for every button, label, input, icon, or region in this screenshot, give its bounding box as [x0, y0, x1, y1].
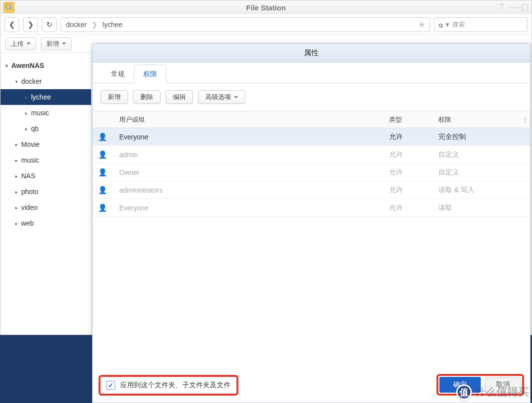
- refresh-button[interactable]: ↻: [42, 17, 57, 32]
- tree-item-music[interactable]: music: [0, 152, 91, 168]
- breadcrumb-seg-1[interactable]: lychee: [102, 21, 122, 29]
- tree-item-qb[interactable]: qb: [0, 121, 91, 136]
- window-controls: ? ― ▢: [499, 7, 529, 8]
- chevron-down-icon: [27, 42, 31, 45]
- col-more-icon[interactable]: ⋮: [517, 116, 530, 123]
- upload-button[interactable]: 上传: [5, 37, 36, 50]
- user-icon: 👤: [98, 186, 107, 195]
- table-header: 用户或组 类型 权限 ⋮: [93, 111, 530, 128]
- dialog-tabs: 常规 权限: [93, 63, 530, 83]
- properties-dialog: 属性 常规 权限 新增 删除 编辑 高级选项 用户或组 类型 权限 ⋮ 👤 Ev…: [92, 43, 531, 403]
- tree-item-nas[interactable]: NAS: [0, 168, 91, 184]
- nav-toolbar: ❮ ❯ ↻ docker ❯ lychee ★ ▾ 搜索: [0, 14, 532, 35]
- search-placeholder: 搜索: [452, 20, 465, 29]
- user-icon: 👤: [98, 203, 107, 212]
- perm-edit-button[interactable]: 编辑: [166, 90, 193, 104]
- dialog-title: 属性: [93, 44, 530, 63]
- tree-item-lychee[interactable]: lychee: [0, 89, 91, 105]
- checkbox-icon[interactable]: ✓: [106, 381, 115, 390]
- watermark-badge-icon: 值: [456, 384, 472, 400]
- chevron-down-icon: [62, 42, 66, 45]
- window-title: File Station: [0, 3, 532, 12]
- chevron-down-icon: [234, 96, 238, 99]
- table-row[interactable]: 👤 admin允许自定义: [93, 146, 530, 164]
- perm-add-button[interactable]: 新增: [100, 90, 128, 104]
- tree-item-movie[interactable]: Movie: [0, 136, 91, 152]
- col-type[interactable]: 类型: [384, 115, 433, 124]
- back-button[interactable]: ❮: [4, 17, 19, 32]
- tab-permission[interactable]: 权限: [134, 65, 166, 83]
- tree-root[interactable]: AwenNAS: [0, 58, 91, 73]
- table-row[interactable]: 👤 Everyone允许读取: [93, 199, 530, 217]
- table-row[interactable]: 👤 Everyone允许完全控制: [93, 128, 530, 146]
- permission-table: 用户或组 类型 权限 ⋮ 👤 Everyone允许完全控制 👤 admin允许自…: [93, 111, 530, 217]
- apply-recursive-checkbox[interactable]: ✓ 应用到这个文件夹、子文件夹及文件: [99, 375, 238, 396]
- search-icon: [438, 20, 443, 29]
- chevron-right-icon: ❯: [92, 21, 98, 29]
- permission-toolbar: 新增 删除 编辑 高级选项: [93, 83, 530, 111]
- tree-item-web[interactable]: web: [0, 215, 91, 231]
- apply-recursive-label: 应用到这个文件夹、子文件夹及文件: [120, 381, 231, 390]
- help-icon[interactable]: ?: [499, 7, 507, 8]
- user-icon: 👤: [98, 133, 107, 141]
- user-icon: 👤: [98, 168, 107, 177]
- table-row[interactable]: 👤 Owner允许自定义: [93, 164, 530, 181]
- col-perm[interactable]: 权限: [433, 115, 517, 124]
- perm-advanced-button[interactable]: 高级选项: [198, 90, 245, 104]
- tab-general[interactable]: 常规: [101, 65, 134, 83]
- tree-item-video[interactable]: video: [0, 200, 91, 215]
- folder-tree: AwenNAS docker lychee music qb Movie mus…: [0, 53, 92, 335]
- maximize-icon[interactable]: ▢: [521, 7, 529, 8]
- table-row[interactable]: 👤 administrators允许读取 & 写入: [93, 181, 530, 199]
- col-user[interactable]: 用户或组: [114, 115, 384, 124]
- forward-button[interactable]: ❯: [23, 17, 38, 32]
- tree-item-music-sub[interactable]: music: [0, 105, 91, 121]
- perm-delete-button[interactable]: 删除: [133, 90, 161, 104]
- search-input[interactable]: ▾ 搜索: [434, 17, 528, 32]
- favorite-icon[interactable]: ★: [418, 19, 426, 30]
- titlebar[interactable]: File Station ? ― ▢: [0, 0, 532, 14]
- breadcrumb-seg-0[interactable]: docker: [66, 21, 87, 29]
- tree-item-docker[interactable]: docker: [0, 73, 91, 89]
- new-button[interactable]: 新增: [41, 37, 71, 50]
- breadcrumb[interactable]: docker ❯ lychee ★: [61, 17, 430, 32]
- tree-item-photo[interactable]: photo: [0, 184, 91, 200]
- watermark: 值 什么值得买: [456, 384, 529, 400]
- minimize-icon[interactable]: ―: [510, 7, 518, 8]
- user-icon: 👤: [98, 150, 107, 159]
